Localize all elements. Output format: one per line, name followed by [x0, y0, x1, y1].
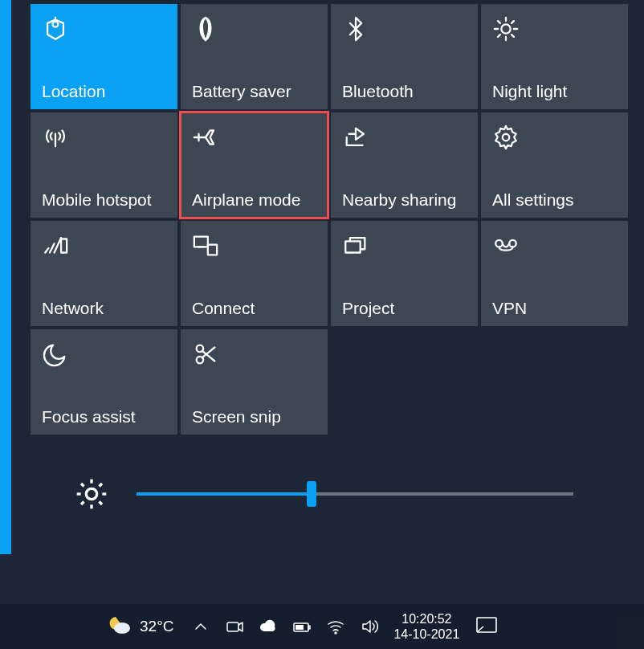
- tile-mobile-hotspot[interactable]: Mobile hotspot: [31, 112, 177, 218]
- tile-label: Focus assist: [42, 407, 166, 427]
- tile-label: Night light: [492, 82, 617, 101]
- svg-point-30: [114, 622, 130, 634]
- brightness-thumb[interactable]: [307, 481, 316, 507]
- svg-rect-33: [308, 626, 310, 629]
- tile-label: Nearby sharing: [342, 190, 467, 210]
- tile-label: Mobile hotspot: [42, 190, 166, 210]
- wifi-icon[interactable]: [326, 617, 345, 636]
- accent-edge: [0, 0, 11, 554]
- tile-vpn[interactable]: VPN: [481, 221, 628, 326]
- tile-label: Project: [342, 299, 467, 318]
- share-icon: [342, 124, 369, 151]
- svg-point-21: [86, 488, 96, 499]
- tile-label: Bluetooth: [342, 82, 467, 101]
- svg-line-25: [100, 502, 103, 505]
- taskbar-clock[interactable]: 10:20:52 14-10-2021: [393, 611, 459, 642]
- location-icon: [42, 15, 69, 43]
- hotspot-icon: [42, 124, 69, 151]
- tile-location[interactable]: Location: [31, 4, 177, 109]
- tile-airplane-mode[interactable]: Airplane mode: [181, 112, 328, 218]
- svg-point-35: [335, 632, 336, 634]
- quick-action-tiles: LocationBattery saverBluetoothNight ligh…: [31, 4, 638, 435]
- svg-rect-12: [61, 239, 67, 253]
- camera-icon[interactable]: [225, 617, 244, 636]
- sun-icon: [492, 15, 520, 43]
- svg-line-24: [81, 484, 84, 487]
- svg-line-6: [498, 21, 500, 23]
- chevron-up-icon[interactable]: [191, 617, 210, 636]
- svg-line-29: [100, 484, 103, 487]
- connect-icon: [192, 232, 219, 259]
- svg-rect-16: [345, 241, 360, 252]
- brightness-track[interactable]: [137, 492, 573, 496]
- svg-point-1: [501, 24, 510, 33]
- svg-rect-31: [227, 622, 238, 631]
- cloud-icon[interactable]: [259, 617, 278, 636]
- tile-focus-assist[interactable]: Focus assist: [31, 329, 177, 435]
- taskbar: 32°C 10:20:52 14-10-2021: [0, 604, 644, 649]
- svg-point-18: [509, 240, 516, 247]
- svg-rect-13: [194, 237, 208, 247]
- tile-connect[interactable]: Connect: [181, 221, 328, 326]
- tile-label: Battery saver: [192, 82, 316, 101]
- svg-line-9: [512, 21, 514, 23]
- weather-widget[interactable]: 32°C: [104, 614, 173, 639]
- system-tray: [191, 617, 379, 636]
- tile-bluetooth[interactable]: Bluetooth: [331, 4, 478, 109]
- action-center-panel: LocationBattery saverBluetoothNight ligh…: [31, 4, 638, 435]
- svg-point-0: [53, 22, 59, 27]
- moon-icon: [42, 341, 69, 368]
- tile-label: Screen snip: [192, 407, 316, 427]
- airplane-icon: [192, 124, 219, 151]
- tile-label: VPN: [492, 299, 617, 318]
- tile-battery-saver[interactable]: Battery saver: [181, 4, 328, 109]
- tile-label: Network: [42, 299, 166, 318]
- svg-rect-34: [296, 625, 304, 630]
- brightness-slider[interactable]: [75, 474, 573, 514]
- volume-icon[interactable]: [360, 617, 379, 636]
- tile-night-light[interactable]: Night light: [481, 4, 628, 109]
- svg-line-8: [498, 35, 500, 37]
- leaf-icon: [192, 15, 219, 43]
- svg-rect-14: [208, 245, 217, 255]
- tile-all-settings[interactable]: All settings: [481, 112, 628, 218]
- tile-label: All settings: [492, 190, 617, 210]
- brightness-icon: [75, 478, 108, 510]
- gear-icon: [492, 124, 520, 151]
- bluetooth-icon: [342, 15, 369, 43]
- svg-point-11: [503, 134, 510, 141]
- brightness-track-fill: [137, 492, 312, 496]
- svg-line-28: [81, 502, 84, 505]
- weather-temperature: 32°C: [140, 618, 173, 635]
- vpn-icon: [492, 232, 520, 259]
- notifications-button[interactable]: [475, 615, 498, 638]
- tile-network[interactable]: Network: [31, 221, 177, 326]
- tile-label: Airplane mode: [192, 190, 316, 210]
- svg-line-7: [512, 35, 514, 37]
- project-icon: [342, 232, 369, 259]
- weather-moon-cloud-icon: [104, 614, 132, 639]
- snip-icon: [192, 341, 219, 368]
- tile-screen-snip[interactable]: Screen snip: [181, 329, 328, 435]
- battery-icon[interactable]: [292, 617, 312, 636]
- tile-nearby-sharing[interactable]: Nearby sharing: [331, 112, 478, 218]
- tile-label: Location: [42, 82, 166, 101]
- svg-point-17: [495, 240, 503, 247]
- tile-label: Connect: [192, 299, 316, 318]
- tile-project[interactable]: Project: [331, 221, 478, 326]
- clock-time: 10:20:52: [393, 611, 459, 627]
- wifi-bars-icon: [42, 232, 69, 259]
- clock-date: 14-10-2021: [393, 627, 459, 642]
